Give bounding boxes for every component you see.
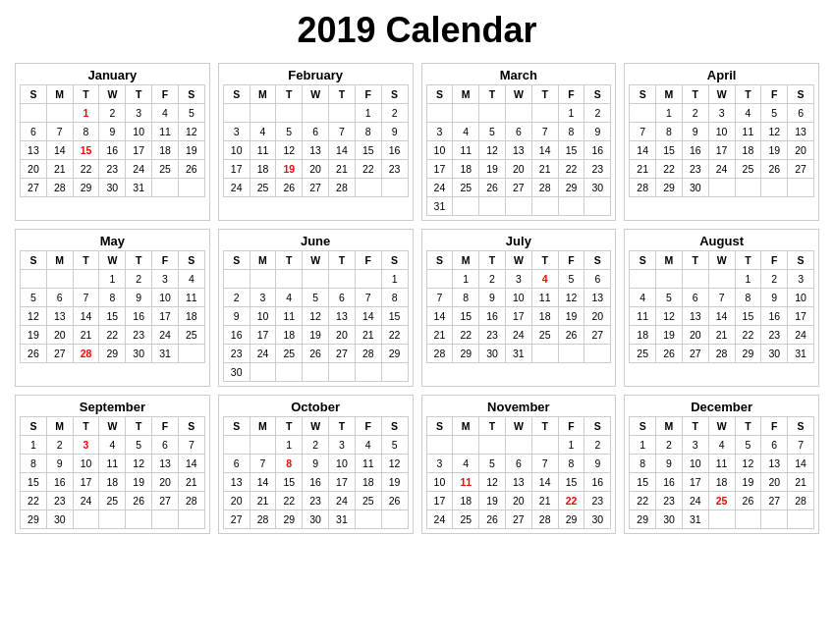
day-cell: 13 — [303, 141, 329, 160]
day-cell: 4 — [152, 104, 179, 123]
day-cell — [178, 179, 204, 197]
day-cell: 1 — [453, 270, 479, 289]
day-cell: 20 — [682, 326, 708, 345]
month-block-february: FebruarySMTWTFS1234567891011121314151617… — [218, 63, 414, 221]
day-cell: 15 — [381, 307, 408, 326]
week-row: 6789101112 — [223, 455, 408, 473]
day-cell: 10 — [73, 455, 99, 473]
day-header: M — [46, 85, 73, 104]
day-cell — [531, 436, 558, 455]
day-header: W — [505, 251, 531, 270]
week-row: 567891011 — [21, 289, 205, 307]
day-cell: 21 — [73, 326, 99, 345]
day-cell: 22 — [735, 326, 761, 345]
day-cell: 10 — [152, 289, 179, 307]
day-cell: 9 — [584, 455, 611, 473]
month-block-june: JuneSMTWTFS12345678910111213141516171819… — [218, 229, 414, 387]
day-cell: 29 — [735, 345, 761, 363]
day-header: T — [531, 251, 558, 270]
day-header: F — [558, 417, 584, 436]
day-cell: 12 — [479, 473, 506, 492]
day-cell: 16 — [761, 307, 788, 326]
day-cell: 10 — [329, 455, 356, 473]
day-cell: 7 — [788, 436, 814, 455]
day-cell: 26 — [479, 510, 506, 529]
day-cell: 21 — [788, 473, 814, 492]
day-header: W — [303, 251, 329, 270]
day-header: T — [479, 251, 506, 270]
day-cell: 2 — [656, 436, 683, 455]
day-cell: 17 — [126, 141, 152, 160]
day-cell: 29 — [381, 345, 408, 363]
day-header: T — [531, 417, 558, 436]
day-cell: 15 — [99, 307, 126, 326]
day-cell: 25 — [630, 345, 656, 363]
day-cell — [381, 363, 408, 382]
day-cell — [630, 104, 656, 123]
week-row: 23242526272829 — [223, 345, 408, 363]
day-cell: 10 — [426, 141, 453, 160]
day-cell: 5 — [276, 123, 303, 141]
week-row: 262728293031 — [21, 345, 205, 363]
day-cell: 10 — [126, 123, 152, 141]
week-row: 19202122232425 — [21, 326, 205, 345]
day-cell: 27 — [761, 492, 788, 510]
day-cell: 26 — [656, 345, 683, 363]
month-name-november: November — [426, 400, 612, 414]
day-cell — [682, 270, 708, 289]
day-header: S — [630, 85, 656, 104]
day-cell: 7 — [426, 289, 453, 307]
day-cell: 12 — [381, 455, 408, 473]
day-cell — [735, 510, 761, 529]
day-cell: 23 — [584, 492, 611, 510]
day-cell: 9 — [479, 289, 506, 307]
day-cell: 8 — [276, 455, 303, 473]
day-cell: 28 — [531, 510, 558, 529]
week-row: 2728293031 — [223, 510, 408, 529]
day-cell: 7 — [630, 123, 656, 141]
day-cell: 24 — [708, 160, 735, 179]
day-cell: 31 — [152, 345, 179, 363]
day-cell: 3 — [250, 289, 276, 307]
day-cell: 28 — [250, 510, 276, 529]
week-row: 20212223242526 — [223, 492, 408, 510]
week-row: 3456789 — [426, 123, 611, 141]
day-cell: 2 — [381, 104, 408, 123]
day-cell: 22 — [355, 160, 381, 179]
day-cell: 14 — [355, 307, 381, 326]
day-cell: 2 — [584, 436, 611, 455]
day-cell: 4 — [276, 289, 303, 307]
day-cell: 30 — [584, 510, 611, 529]
day-cell: 15 — [21, 473, 47, 492]
day-cell — [630, 270, 656, 289]
day-cell: 26 — [178, 160, 204, 179]
day-cell — [21, 270, 47, 289]
day-cell: 1 — [381, 270, 408, 289]
day-cell: 21 — [708, 326, 735, 345]
day-cell: 14 — [531, 473, 558, 492]
day-cell: 28 — [708, 345, 735, 363]
day-header: F — [152, 417, 179, 436]
day-cell: 17 — [426, 492, 453, 510]
day-cell: 23 — [761, 326, 788, 345]
day-cell: 29 — [558, 510, 584, 529]
day-cell: 14 — [426, 307, 453, 326]
day-cell: 29 — [558, 179, 584, 197]
day-cell: 5 — [479, 455, 506, 473]
week-row: 14151617181920 — [426, 307, 611, 326]
day-cell: 7 — [531, 455, 558, 473]
day-cell: 16 — [46, 473, 73, 492]
week-row: 2345678 — [223, 289, 408, 307]
week-row: 12 — [223, 104, 408, 123]
day-cell: 14 — [531, 141, 558, 160]
day-cell: 12 — [558, 289, 584, 307]
week-row: 24252627282930 — [426, 179, 611, 197]
day-cell: 2 — [584, 104, 611, 123]
day-cell: 29 — [453, 345, 479, 363]
week-row: 13141516171819 — [21, 141, 205, 160]
day-cell: 19 — [178, 141, 204, 160]
week-row: 891011121314 — [630, 455, 814, 473]
day-cell — [355, 179, 381, 197]
day-cell: 17 — [788, 307, 814, 326]
day-cell: 29 — [276, 510, 303, 529]
